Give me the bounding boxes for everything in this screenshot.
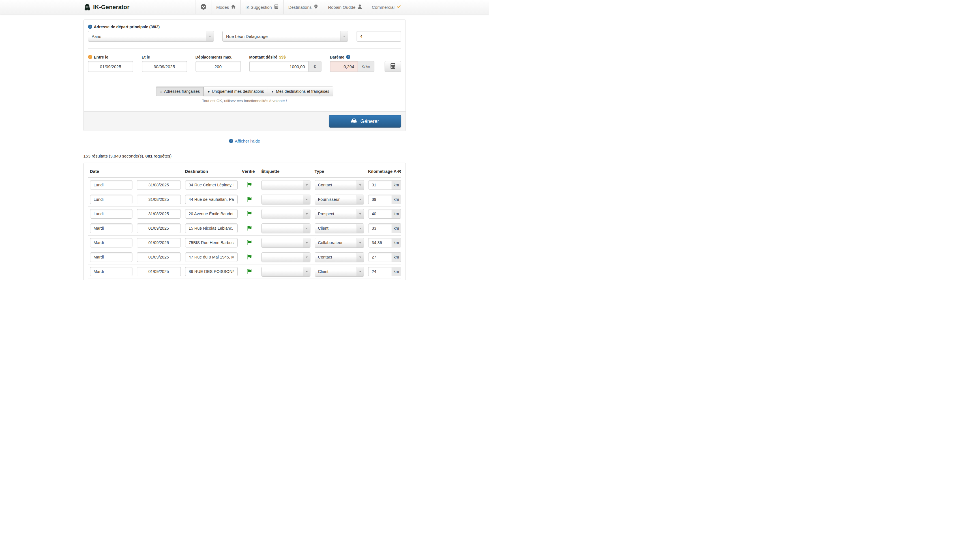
- km-unit-addon: km: [392, 209, 401, 218]
- type-select[interactable]: Contact: [315, 180, 364, 190]
- etiquette-select[interactable]: [262, 180, 310, 190]
- date-input[interactable]: [137, 180, 181, 190]
- date-input[interactable]: [137, 223, 181, 233]
- etiquette-select[interactable]: [262, 209, 310, 219]
- results-table-panel: Date Destination Vérifié Étiquette Type …: [83, 163, 406, 280]
- nav-item-user[interactable]: Robain Oudde: [323, 0, 367, 14]
- nav-item-ik-suggestion[interactable]: IK Suggestion: [240, 0, 283, 14]
- mode-only-my-destinations-button[interactable]: ● Uniquement mes destinations: [204, 87, 268, 96]
- etiquette-select[interactable]: [262, 267, 310, 277]
- results-summary: 153 résultats (3.848 seconde(s), 881 req…: [83, 153, 406, 158]
- type-select[interactable]: Client: [315, 267, 364, 277]
- street-select[interactable]: Rue Léon Delagrange: [222, 31, 348, 42]
- chevron-down-icon: [357, 180, 364, 190]
- destination-input[interactable]: [185, 252, 238, 262]
- generate-button[interactable]: Génerer: [329, 115, 401, 128]
- date-input[interactable]: [137, 209, 181, 218]
- chevron-down-icon: [357, 253, 364, 262]
- km-input[interactable]: [368, 238, 392, 247]
- generate-label: Génerer: [360, 118, 379, 125]
- nav-item-commercial[interactable]: Commercial: [367, 0, 406, 14]
- etiquette-select[interactable]: [262, 238, 310, 248]
- col-header-destination: Destination: [185, 169, 238, 174]
- type-select[interactable]: Client: [315, 223, 364, 233]
- date-input[interactable]: [137, 195, 181, 204]
- chevron-down-icon: [357, 224, 364, 233]
- mode-my-destinations-and-french-button[interactable]: ◐ Mes destinations et françaises: [268, 87, 333, 96]
- date-input[interactable]: [137, 252, 181, 262]
- chevron-down-icon: [357, 267, 364, 276]
- destination-input[interactable]: [185, 209, 238, 218]
- date-input[interactable]: [137, 238, 181, 247]
- mode-french-addresses-button[interactable]: ○ Adresses françaises: [156, 87, 204, 96]
- nav-item-modes[interactable]: Modes: [211, 0, 240, 14]
- street-value: Rue Léon Delagrange: [226, 34, 268, 39]
- info-icon[interactable]: [346, 55, 350, 59]
- col-header-kilometrage: Kilométrage A-R: [368, 169, 401, 174]
- day-input[interactable]: [90, 238, 132, 247]
- rate-calculator-button[interactable]: [385, 61, 401, 72]
- table-row: Contact km: [88, 250, 401, 265]
- verified-flag-icon: [247, 240, 252, 245]
- verified-flag-icon: [247, 226, 252, 231]
- destination-input[interactable]: [185, 180, 238, 190]
- rate-input[interactable]: [330, 61, 358, 72]
- circle-outline-icon: ○: [160, 89, 162, 93]
- nav-item-label: IK Suggestion: [245, 5, 272, 10]
- calculator-icon: [391, 63, 396, 70]
- day-input[interactable]: [90, 223, 132, 233]
- binoculars-icon: [83, 3, 91, 11]
- table-row: Contact km: [88, 178, 401, 192]
- table-row: Client km: [88, 265, 401, 279]
- day-input[interactable]: [90, 252, 132, 262]
- km-input[interactable]: [368, 209, 392, 218]
- address-label-row: Adresse de départ principale (38/2): [88, 25, 401, 29]
- day-input[interactable]: [90, 180, 132, 190]
- day-input[interactable]: [90, 209, 132, 218]
- max-trips-input[interactable]: [195, 61, 241, 72]
- etiquette-select[interactable]: [262, 195, 310, 205]
- km-input[interactable]: [368, 180, 392, 190]
- info-icon[interactable]: [88, 25, 92, 29]
- chevron-down-icon: [303, 267, 310, 276]
- nav-item-label: Modes: [216, 5, 229, 10]
- col-header-verified: Vérifié: [242, 169, 257, 174]
- chevron-down-icon: [303, 238, 310, 247]
- day-input[interactable]: [90, 267, 132, 276]
- info-icon: [229, 139, 233, 143]
- generator-form-panel: Adresse de départ principale (38/2) Pari…: [83, 20, 406, 131]
- day-input[interactable]: [90, 195, 132, 204]
- type-select[interactable]: Fournisseur: [315, 195, 364, 205]
- show-help-link[interactable]: Afficher l'aide: [229, 138, 260, 143]
- chevron-down-icon: [357, 238, 364, 247]
- type-select[interactable]: Contact: [315, 252, 364, 262]
- type-select[interactable]: Prospect: [315, 209, 364, 219]
- km-input[interactable]: [368, 195, 392, 204]
- info-icon-orange[interactable]: [88, 55, 92, 59]
- km-input[interactable]: [368, 252, 392, 262]
- date-to-input[interactable]: [142, 61, 187, 72]
- destination-input[interactable]: [185, 238, 238, 247]
- etiquette-select[interactable]: [262, 252, 310, 262]
- city-select[interactable]: Paris: [88, 31, 214, 42]
- nav-item-destinations[interactable]: Destinations: [283, 0, 323, 14]
- km-input[interactable]: [368, 267, 392, 276]
- date-from-input[interactable]: [88, 61, 133, 72]
- destination-input[interactable]: [185, 267, 238, 276]
- etiquette-select[interactable]: [262, 223, 310, 233]
- type-select[interactable]: Collaborateur: [315, 238, 364, 248]
- street-number-input[interactable]: [357, 31, 401, 42]
- col-header-date: Date: [90, 169, 181, 174]
- dollars-icon: $$$: [279, 55, 285, 59]
- destination-input[interactable]: [185, 223, 238, 233]
- desired-amount-input[interactable]: [249, 61, 309, 72]
- car-icon: [350, 118, 357, 125]
- date-input[interactable]: [137, 267, 181, 276]
- app-logo[interactable]: IK-Generator: [83, 3, 129, 11]
- help-link-label: Afficher l'aide: [235, 138, 260, 143]
- chevron-circle-down-icon: [200, 4, 206, 10]
- nav-collapse-button[interactable]: [195, 0, 211, 14]
- destination-input[interactable]: [185, 195, 238, 204]
- user-icon: [358, 5, 362, 10]
- km-input[interactable]: [368, 223, 392, 233]
